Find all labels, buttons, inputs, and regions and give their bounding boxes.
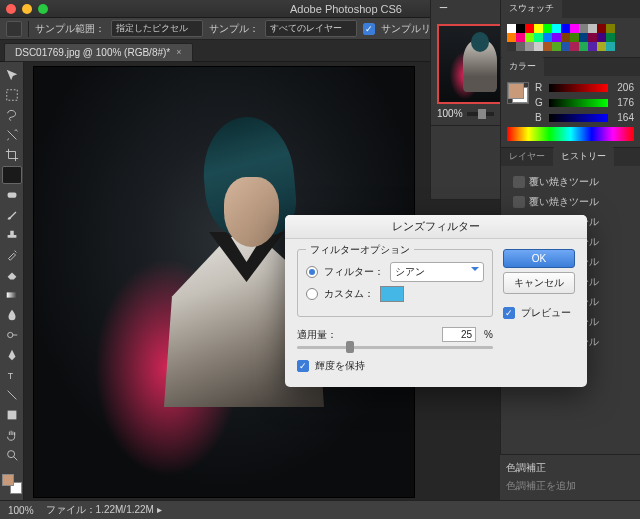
swatch[interactable] <box>570 42 579 51</box>
minimize-window-button[interactable] <box>22 4 32 14</box>
swatch[interactable] <box>516 24 525 33</box>
eraser-tool[interactable] <box>2 266 22 284</box>
zoom-window-button[interactable] <box>38 4 48 14</box>
custom-color-swatch[interactable] <box>380 286 404 302</box>
path-tool[interactable] <box>2 386 22 404</box>
document-tab[interactable]: DSC01769.jpg @ 100% (RGB/8#)* × <box>4 43 193 62</box>
swatch[interactable] <box>525 42 534 51</box>
b-slider[interactable] <box>549 114 608 122</box>
history-item[interactable]: 覆い焼きツール <box>507 172 634 192</box>
swatch[interactable] <box>534 33 543 42</box>
swatch[interactable] <box>543 24 552 33</box>
svg-text:T: T <box>7 371 13 381</box>
custom-radio[interactable] <box>306 288 318 300</box>
preserve-luminosity-checkbox[interactable] <box>297 360 309 372</box>
dialog-title: レンズフィルター <box>285 215 587 239</box>
show-sample-ring-checkbox[interactable] <box>363 23 375 35</box>
blur-tool[interactable] <box>2 306 22 324</box>
marquee-tool[interactable] <box>2 86 22 104</box>
color-swatches[interactable] <box>2 474 22 494</box>
density-input[interactable]: 25 <box>442 327 476 342</box>
history-item[interactable]: 覆い焼きツール <box>507 192 634 212</box>
swatch[interactable] <box>606 33 615 42</box>
swatch[interactable] <box>588 42 597 51</box>
close-window-button[interactable] <box>6 4 16 14</box>
foreground-color[interactable] <box>2 474 14 486</box>
swatch[interactable] <box>525 33 534 42</box>
swatch[interactable] <box>588 24 597 33</box>
navigator-zoom-slider[interactable] <box>467 112 494 116</box>
swatch[interactable] <box>606 42 615 51</box>
swatch[interactable] <box>534 42 543 51</box>
filter-select[interactable]: シアン <box>390 262 484 282</box>
shape-tool[interactable] <box>2 406 22 424</box>
swatch[interactable] <box>552 42 561 51</box>
swatch[interactable] <box>597 24 606 33</box>
type-tool[interactable]: T <box>2 366 22 384</box>
navigator-tab[interactable]: ナビゲーター <box>431 0 500 18</box>
swatch[interactable] <box>543 42 552 51</box>
swatch[interactable] <box>561 24 570 33</box>
swatch[interactable] <box>534 24 543 33</box>
swatch[interactable] <box>507 42 516 51</box>
svg-rect-5 <box>7 411 16 420</box>
ok-button[interactable]: OK <box>503 249 575 268</box>
sample-range-select[interactable]: 指定したピクセル <box>111 20 203 37</box>
swatch[interactable] <box>516 33 525 42</box>
eyedropper-tool[interactable] <box>2 166 22 184</box>
lasso-tool[interactable] <box>2 106 22 124</box>
swatch[interactable] <box>606 24 615 33</box>
swatch[interactable] <box>597 42 606 51</box>
status-zoom[interactable]: 100% <box>8 505 34 516</box>
filter-radio[interactable] <box>306 266 318 278</box>
swatch[interactable] <box>570 33 579 42</box>
sample-range-label: サンプル範囲： <box>35 22 105 36</box>
swatch[interactable] <box>597 33 606 42</box>
r-slider[interactable] <box>549 84 608 92</box>
brush-tool[interactable] <box>2 206 22 224</box>
crop-tool[interactable] <box>2 146 22 164</box>
swatch[interactable] <box>561 42 570 51</box>
hand-tool[interactable] <box>2 426 22 444</box>
dodge-tool[interactable] <box>2 326 22 344</box>
swatch[interactable] <box>516 42 525 51</box>
svg-rect-0 <box>6 90 17 101</box>
density-label: 適用量： <box>297 328 337 342</box>
swatch[interactable] <box>552 24 561 33</box>
filter-options-legend: フィルターオプション <box>306 243 414 257</box>
density-slider[interactable] <box>297 346 493 349</box>
status-file-size: 1.22M/1.22M <box>96 504 154 515</box>
move-tool[interactable] <box>2 66 22 84</box>
swatch[interactable] <box>507 33 516 42</box>
swatches-grid[interactable] <box>507 24 634 51</box>
spectrum-bar[interactable] <box>507 127 634 141</box>
color-preview[interactable] <box>507 82 529 104</box>
swatch[interactable] <box>561 33 570 42</box>
swatch[interactable] <box>570 24 579 33</box>
swatches-tab[interactable]: スウォッチ <box>501 0 562 18</box>
history-brush-tool[interactable] <box>2 246 22 264</box>
wand-tool[interactable] <box>2 126 22 144</box>
history-tab[interactable]: ヒストリー <box>553 147 614 166</box>
gradient-tool[interactable] <box>2 286 22 304</box>
pen-tool[interactable] <box>2 346 22 364</box>
swatch[interactable] <box>579 33 588 42</box>
cancel-button[interactable]: キャンセル <box>503 272 575 294</box>
swatch[interactable] <box>507 24 516 33</box>
color-tab[interactable]: カラー <box>501 57 544 76</box>
swatch[interactable] <box>588 33 597 42</box>
sample-layers-select[interactable]: すべてのレイヤー <box>265 20 357 37</box>
swatch[interactable] <box>543 33 552 42</box>
heal-tool[interactable] <box>2 186 22 204</box>
layers-tab[interactable]: レイヤー <box>501 147 553 166</box>
add-adjustment-label[interactable]: 色調補正を追加 <box>506 479 634 493</box>
stamp-tool[interactable] <box>2 226 22 244</box>
swatch[interactable] <box>552 33 561 42</box>
close-tab-icon[interactable]: × <box>176 47 181 57</box>
swatch[interactable] <box>579 42 588 51</box>
preview-checkbox[interactable] <box>503 307 515 319</box>
swatch[interactable] <box>525 24 534 33</box>
g-slider[interactable] <box>549 99 608 107</box>
zoom-tool[interactable] <box>2 446 22 464</box>
swatch[interactable] <box>579 24 588 33</box>
